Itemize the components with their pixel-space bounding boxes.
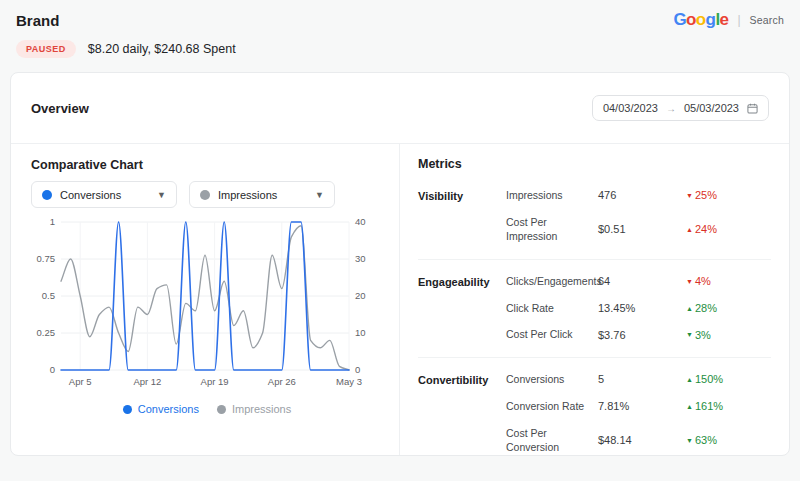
metric-label: Conversion Rate	[506, 399, 598, 414]
legend-item-impressions[interactable]: Impressions	[217, 403, 291, 415]
series-selectors: Conversions▼Impressions▼	[31, 181, 383, 208]
metric-row: Clicks/Engagements64▼4%	[506, 268, 771, 295]
google-logo-letter: e	[720, 10, 729, 29]
svg-text:0: 0	[50, 364, 55, 375]
metric-value: 13.45%	[598, 302, 686, 314]
comparative-chart-section: Comparative Chart Conversions▼Impression…	[11, 144, 400, 455]
delta-arrow-up-icon: ▲	[686, 376, 693, 383]
series-select-impressions[interactable]: Impressions▼	[189, 181, 335, 208]
chevron-down-icon: ▼	[315, 190, 324, 200]
delta-percent: 150%	[695, 373, 723, 385]
delta-percent: 28%	[695, 302, 717, 314]
metric-delta: ▼3%	[686, 329, 771, 341]
legend-dot	[217, 405, 226, 414]
metric-value: 7.81%	[598, 400, 686, 412]
metric-delta: ▲150%	[686, 373, 771, 385]
delta-arrow-down-icon: ▼	[686, 437, 693, 444]
date-start: 04/03/2023	[603, 102, 658, 114]
svg-text:Apr 19: Apr 19	[201, 376, 229, 387]
metric-row: Cost Per Conversion$48.14▼63%	[506, 420, 771, 457]
date-range-picker[interactable]: 04/03/2023 → 05/03/2023	[592, 95, 769, 121]
overview-title: Overview	[31, 101, 89, 116]
svg-text:0.25: 0.25	[37, 327, 56, 338]
series-select-conversions[interactable]: Conversions▼	[31, 181, 177, 208]
comparative-chart-svg: 1400.75300.5200.251000Apr 5Apr 12Apr 19A…	[31, 214, 379, 402]
metric-row: Conversion Rate7.81%▲161%	[506, 393, 771, 420]
delta-percent: 3%	[695, 329, 711, 341]
calendar-icon	[747, 103, 758, 114]
google-logo: Google	[673, 10, 728, 30]
metric-value: 64	[598, 275, 686, 287]
network-label: Search	[750, 14, 784, 26]
metric-row: Click Rate13.45%▲28%	[506, 295, 771, 322]
svg-text:0.75: 0.75	[37, 253, 56, 264]
delta-arrow-up-icon: ▲	[686, 226, 693, 233]
legend-label: Impressions	[232, 403, 291, 415]
svg-text:0: 0	[355, 364, 360, 375]
page-title: Brand	[16, 12, 59, 29]
delta-percent: 25%	[695, 189, 717, 201]
series-select-label: Conversions	[60, 189, 121, 201]
metric-label: Cost Per Click	[506, 327, 598, 342]
svg-text:Apr 26: Apr 26	[268, 376, 296, 387]
overview-card: Overview 04/03/2023 → 05/03/2023 Compara…	[10, 72, 790, 456]
delta-percent: 63%	[695, 434, 717, 446]
metric-row: Impressions476▼25%	[506, 182, 771, 209]
legend-item-conversions[interactable]: Conversions	[123, 403, 199, 415]
metric-delta: ▲161%	[686, 400, 771, 412]
page-header: Brand Google | Search PAUSED $8.20 daily…	[0, 0, 800, 58]
svg-text:1: 1	[50, 216, 55, 227]
legend-dot	[123, 405, 132, 414]
metric-value: 476	[598, 189, 686, 201]
svg-text:30: 30	[355, 253, 366, 264]
ad-network-indicator: Google | Search	[673, 10, 784, 30]
svg-text:20: 20	[355, 290, 366, 301]
metric-group-convertibility: ConvertibilityConversions5▲150%Conversio…	[418, 358, 771, 456]
metric-delta: ▲24%	[686, 223, 771, 235]
delta-percent: 161%	[695, 400, 723, 412]
logo-divider: |	[737, 13, 740, 27]
delta-arrow-up-icon: ▲	[686, 403, 693, 410]
status-badge: PAUSED	[16, 40, 76, 58]
date-end: 05/03/2023	[684, 102, 739, 114]
metric-group-visibility: VisibilityImpressions476▼25%Cost Per Imp…	[418, 174, 771, 260]
budget-summary: $8.20 daily, $240.68 Spent	[88, 42, 236, 56]
metric-value: $0.51	[598, 223, 686, 235]
metric-label: Impressions	[506, 188, 598, 203]
delta-arrow-down-icon: ▼	[686, 192, 693, 199]
metric-label: Click Rate	[506, 301, 598, 316]
metric-row: Cost Per Impression$0.51▲24%	[506, 209, 771, 250]
metric-group-name: Convertibility	[418, 366, 506, 456]
metric-delta: ▲28%	[686, 302, 771, 314]
delta-arrow-up-icon: ▲	[686, 305, 693, 312]
svg-text:10: 10	[355, 327, 366, 338]
metric-value: $48.14	[598, 434, 686, 446]
metric-delta: ▼25%	[686, 189, 771, 201]
svg-text:Apr 5: Apr 5	[69, 376, 92, 387]
svg-text:Apr 12: Apr 12	[133, 376, 161, 387]
date-range-arrow-icon: →	[666, 103, 676, 114]
series-select-label: Impressions	[218, 189, 277, 201]
metric-delta: ▼4%	[686, 275, 771, 287]
metric-row: Cost Per Click$3.76▼3%	[506, 321, 771, 348]
metric-group-name: Engageability	[418, 268, 506, 348]
metric-label: Cost Per Impression	[506, 215, 598, 244]
delta-arrow-down-icon: ▼	[686, 331, 693, 338]
metric-label: Conversions	[506, 372, 598, 387]
metric-group-name: Visibility	[418, 182, 506, 250]
delta-arrow-down-icon: ▼	[686, 278, 693, 285]
overview-header: Overview 04/03/2023 → 05/03/2023	[11, 73, 789, 144]
google-logo-letter: o	[686, 10, 696, 29]
metric-row: Conversions5▲150%	[506, 366, 771, 393]
metric-delta: ▼63%	[686, 434, 771, 446]
series-color-dot	[200, 190, 210, 200]
metric-label: Cost Per Conversion	[506, 426, 598, 455]
metrics-groups: VisibilityImpressions476▼25%Cost Per Imp…	[418, 174, 771, 456]
google-logo-letter: G	[673, 10, 686, 29]
series-color-dot	[42, 190, 52, 200]
google-logo-letter: o	[696, 10, 706, 29]
metric-value: $3.76	[598, 329, 686, 341]
delta-percent: 4%	[695, 275, 711, 287]
comparative-chart-title: Comparative Chart	[31, 158, 383, 172]
delta-percent: 24%	[695, 223, 717, 235]
